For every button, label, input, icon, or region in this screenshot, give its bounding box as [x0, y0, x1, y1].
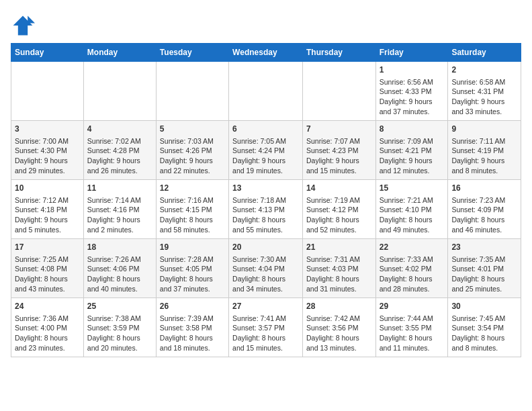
day-number: 16	[451, 183, 517, 194]
day-number: 23	[451, 242, 517, 253]
day-number: 21	[306, 242, 372, 253]
day-number: 1	[380, 64, 445, 76]
calendar-cell: 10Sunrise: 7:12 AMSunset: 4:18 PMDayligh…	[11, 180, 84, 239]
day-number: 10	[15, 183, 80, 194]
day-info: Daylight: 8 hours and 11 minutes.	[380, 333, 445, 353]
day-info: Sunset: 4:05 PM	[160, 264, 225, 274]
calendar-cell: 19Sunrise: 7:28 AMSunset: 4:05 PMDayligh…	[156, 239, 228, 298]
calendar-cell	[229, 62, 303, 121]
day-info: Daylight: 9 hours and 37 minutes.	[380, 97, 445, 116]
calendar-cell: 9Sunrise: 7:11 AMSunset: 4:19 PMDaylight…	[448, 121, 521, 180]
day-info: Daylight: 8 hours and 15 minutes.	[232, 333, 299, 353]
calendar-header-row: SundayMondayTuesdayWednesdayThursdayFrid…	[11, 44, 521, 62]
day-info: Sunrise: 7:14 AM	[87, 195, 152, 205]
day-info: Sunrise: 7:33 AM	[380, 255, 445, 265]
day-info: Sunrise: 7:11 AM	[451, 136, 517, 146]
day-info: Daylight: 8 hours and 40 minutes.	[87, 274, 152, 293]
calendar-header-monday: Monday	[83, 44, 156, 62]
day-info: Sunset: 4:18 PM	[15, 205, 80, 215]
day-info: Sunrise: 7:16 AM	[160, 195, 225, 205]
day-info: Daylight: 9 hours and 26 minutes.	[87, 156, 152, 175]
day-info: Sunset: 4:31 PM	[451, 87, 517, 97]
calendar-cell	[83, 62, 156, 121]
day-info: Sunrise: 7:12 AM	[15, 195, 80, 205]
day-number: 19	[160, 242, 225, 253]
calendar-cell: 30Sunrise: 7:45 AMSunset: 3:54 PMDayligh…	[448, 298, 521, 357]
day-info: Sunset: 4:16 PM	[87, 205, 152, 215]
day-info: Sunrise: 6:58 AM	[451, 77, 517, 87]
day-info: Daylight: 9 hours and 12 minutes.	[380, 156, 445, 175]
day-number: 3	[15, 124, 80, 135]
calendar-cell: 14Sunrise: 7:19 AMSunset: 4:12 PMDayligh…	[302, 180, 375, 239]
day-info: Sunrise: 6:56 AM	[380, 77, 445, 87]
calendar-cell: 3Sunrise: 7:00 AMSunset: 4:30 PMDaylight…	[11, 121, 84, 180]
calendar-cell: 22Sunrise: 7:33 AMSunset: 4:02 PMDayligh…	[375, 239, 448, 298]
calendar-header-saturday: Saturday	[448, 44, 521, 62]
day-info: Sunset: 4:26 PM	[160, 146, 225, 156]
day-info: Daylight: 8 hours and 58 minutes.	[160, 215, 225, 234]
day-info: Sunset: 4:03 PM	[306, 264, 372, 274]
day-info: Sunrise: 7:44 AM	[380, 314, 445, 324]
day-info: Sunrise: 7:45 AM	[451, 314, 517, 324]
day-info: Sunrise: 7:03 AM	[160, 136, 225, 146]
day-info: Sunset: 3:57 PM	[232, 323, 299, 333]
day-info: Daylight: 8 hours and 20 minutes.	[87, 333, 152, 353]
day-number: 5	[160, 124, 225, 135]
day-info: Sunrise: 7:05 AM	[232, 136, 299, 146]
day-info: Daylight: 8 hours and 23 minutes.	[15, 333, 80, 353]
day-info: Sunrise: 7:19 AM	[306, 195, 372, 205]
logo	[11, 13, 38, 38]
day-info: Sunset: 4:00 PM	[15, 323, 80, 333]
day-info: Daylight: 9 hours and 8 minutes.	[451, 156, 517, 175]
calendar-cell: 23Sunrise: 7:35 AMSunset: 4:01 PMDayligh…	[448, 239, 521, 298]
calendar-week-row: 24Sunrise: 7:36 AMSunset: 4:00 PMDayligh…	[11, 298, 521, 357]
day-info: Daylight: 8 hours and 52 minutes.	[306, 215, 372, 234]
day-info: Sunrise: 7:36 AM	[15, 314, 80, 324]
day-number: 13	[232, 183, 299, 194]
day-info: Sunset: 4:30 PM	[15, 146, 80, 156]
day-info: Sunset: 4:21 PM	[380, 146, 445, 156]
day-info: Daylight: 8 hours and 55 minutes.	[232, 215, 299, 234]
day-info: Daylight: 8 hours and 18 minutes.	[160, 333, 225, 353]
day-number: 6	[232, 124, 299, 135]
day-info: Sunrise: 7:26 AM	[87, 255, 152, 265]
day-info: Sunset: 4:13 PM	[232, 205, 299, 215]
calendar-cell: 27Sunrise: 7:41 AMSunset: 3:57 PMDayligh…	[229, 298, 303, 357]
day-number: 9	[451, 124, 517, 135]
day-info: Daylight: 9 hours and 33 minutes.	[451, 97, 517, 116]
day-number: 14	[306, 183, 372, 194]
day-info: Daylight: 9 hours and 22 minutes.	[160, 156, 225, 175]
calendar-cell: 7Sunrise: 7:07 AMSunset: 4:23 PMDaylight…	[302, 121, 375, 180]
day-number: 7	[306, 124, 372, 135]
day-info: Sunrise: 7:07 AM	[306, 136, 372, 146]
day-number: 2	[451, 64, 517, 76]
day-number: 27	[232, 301, 299, 312]
day-info: Sunrise: 7:38 AM	[87, 314, 152, 324]
calendar-cell: 15Sunrise: 7:21 AMSunset: 4:10 PMDayligh…	[375, 180, 448, 239]
calendar-week-row: 17Sunrise: 7:25 AMSunset: 4:08 PMDayligh…	[11, 239, 521, 298]
day-number: 29	[380, 301, 445, 312]
calendar-cell: 28Sunrise: 7:42 AMSunset: 3:56 PMDayligh…	[302, 298, 375, 357]
day-info: Sunset: 4:09 PM	[451, 205, 517, 215]
day-info: Sunset: 4:24 PM	[232, 146, 299, 156]
day-number: 22	[380, 242, 445, 253]
calendar-header-wednesday: Wednesday	[229, 44, 303, 62]
day-info: Daylight: 8 hours and 8 minutes.	[451, 333, 517, 353]
day-number: 25	[87, 301, 152, 312]
day-info: Sunset: 3:55 PM	[380, 323, 445, 333]
calendar: SundayMondayTuesdayWednesdayThursdayFrid…	[11, 43, 521, 357]
day-info: Daylight: 8 hours and 49 minutes.	[380, 215, 445, 234]
calendar-cell: 24Sunrise: 7:36 AMSunset: 4:00 PMDayligh…	[11, 298, 84, 357]
day-info: Daylight: 9 hours and 19 minutes.	[232, 156, 299, 175]
day-info: Daylight: 9 hours and 29 minutes.	[15, 156, 80, 175]
calendar-cell: 29Sunrise: 7:44 AMSunset: 3:55 PMDayligh…	[375, 298, 448, 357]
day-info: Sunrise: 7:42 AM	[306, 314, 372, 324]
day-info: Sunrise: 7:02 AM	[87, 136, 152, 146]
day-number: 15	[380, 183, 445, 194]
calendar-cell: 17Sunrise: 7:25 AMSunset: 4:08 PMDayligh…	[11, 239, 84, 298]
day-info: Daylight: 8 hours and 28 minutes.	[380, 274, 445, 293]
calendar-header-thursday: Thursday	[302, 44, 375, 62]
day-number: 18	[87, 242, 152, 253]
day-info: Sunrise: 7:30 AM	[232, 255, 299, 265]
day-info: Sunset: 4:28 PM	[87, 146, 152, 156]
